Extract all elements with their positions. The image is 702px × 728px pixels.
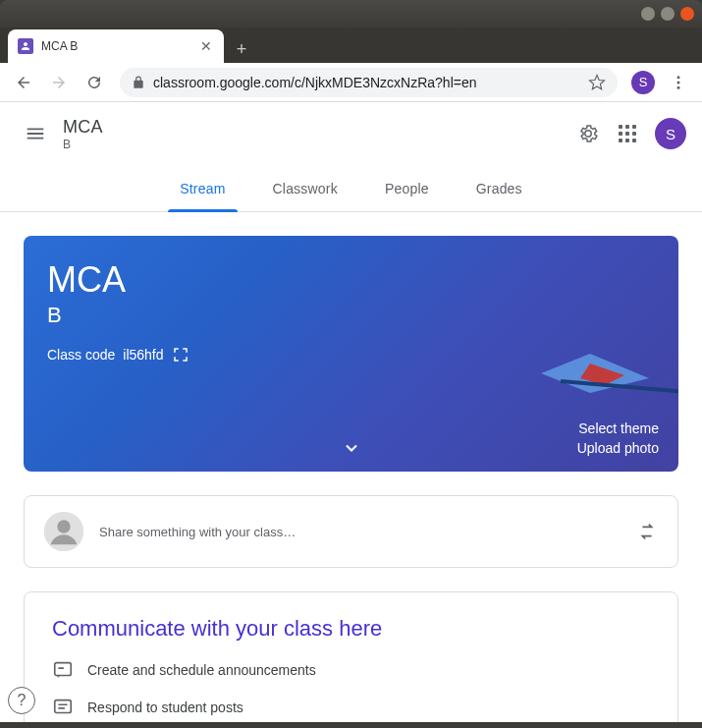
banner-title: MCA	[47, 259, 655, 301]
minimize-button[interactable]	[641, 7, 655, 21]
nav-tabs: Stream Classwork People Grades	[0, 165, 702, 212]
info-row-announce: Create and schedule announcements	[52, 659, 650, 681]
svg-point-1	[677, 81, 680, 84]
banner-actions: Select theme Upload photo	[577, 417, 659, 456]
select-theme-button[interactable]: Select theme	[577, 420, 659, 436]
tab-grades[interactable]: Grades	[453, 165, 546, 212]
class-code-value: il56hfd	[123, 347, 163, 363]
close-window-button[interactable]	[680, 7, 694, 21]
announcement-icon	[52, 659, 74, 681]
menu-button[interactable]	[16, 114, 55, 153]
banner-section: B	[47, 303, 655, 328]
svg-point-5	[57, 520, 70, 532]
tab-stream[interactable]: Stream	[156, 165, 248, 212]
help-button[interactable]: ?	[8, 687, 35, 714]
svg-point-2	[677, 85, 680, 88]
url-text: classroom.google.com/c/NjkxMDE3NzcxNzRa?…	[153, 75, 580, 90]
back-button[interactable]	[8, 67, 39, 98]
user-avatar-icon	[44, 512, 83, 551]
class-section: B	[63, 138, 568, 151]
share-card[interactable]: Share something with your class…	[24, 495, 678, 568]
expand-banner-icon[interactable]	[342, 438, 361, 458]
info-card: Communicate with your class here Create …	[24, 591, 678, 722]
tab-favicon	[18, 38, 33, 54]
svg-point-0	[677, 76, 680, 79]
svg-rect-6	[55, 663, 72, 676]
class-name: MCA	[63, 117, 568, 138]
class-code-label: Class code	[47, 347, 115, 363]
google-apps-button[interactable]	[608, 114, 647, 153]
window-titlebar	[0, 0, 702, 28]
info-title: Communicate with your class here	[52, 616, 650, 642]
maximize-button[interactable]	[661, 7, 675, 21]
browser-menu-icon[interactable]	[663, 67, 694, 98]
address-bar[interactable]: classroom.google.com/c/NjkxMDE3NzcxNzRa?…	[120, 68, 618, 97]
page-content: MCA B S Stream Classwork People Grades M…	[0, 102, 702, 722]
reuse-post-icon[interactable]	[636, 521, 658, 542]
share-placeholder: Share something with your class…	[99, 525, 621, 539]
new-tab-button[interactable]: +	[228, 35, 255, 63]
info-row-respond: Respond to student posts	[52, 697, 650, 718]
respond-icon	[52, 697, 74, 718]
tab-title: MCA B	[41, 39, 190, 53]
browser-tab[interactable]: MCA B ✕	[8, 29, 224, 63]
forward-button[interactable]	[43, 67, 75, 98]
display-code-icon[interactable]	[172, 346, 189, 364]
class-banner: MCA B Class code il56hfd Select theme Up…	[24, 236, 678, 472]
class-breadcrumb[interactable]: MCA B	[63, 117, 568, 151]
settings-button[interactable]	[568, 114, 608, 153]
app-header: MCA B S	[0, 102, 702, 165]
reload-button[interactable]	[79, 67, 110, 98]
tab-people[interactable]: People	[361, 165, 453, 212]
browser-toolbar: classroom.google.com/c/NjkxMDE3NzcxNzRa?…	[0, 63, 702, 102]
svg-rect-7	[55, 700, 72, 713]
bookmark-star-icon[interactable]	[588, 74, 606, 91]
close-tab-icon[interactable]: ✕	[198, 38, 214, 54]
banner-illustration	[531, 334, 678, 413]
tab-classwork[interactable]: Classwork	[249, 165, 361, 212]
lock-icon	[132, 76, 145, 89]
account-avatar[interactable]: S	[655, 118, 686, 149]
upload-photo-button[interactable]: Upload photo	[577, 440, 659, 456]
profile-avatar[interactable]: S	[631, 71, 655, 94]
browser-tabstrip: MCA B ✕ +	[0, 28, 702, 63]
